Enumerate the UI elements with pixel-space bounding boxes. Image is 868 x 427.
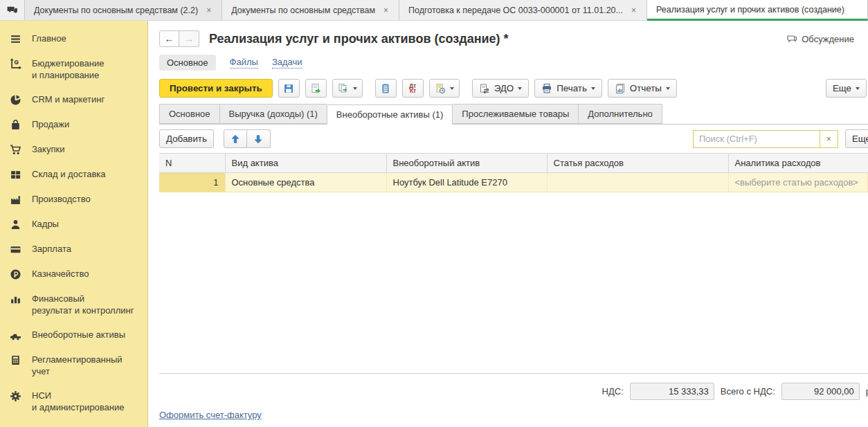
create-invoice-link[interactable]: Оформить счет-фактуру	[159, 410, 262, 427]
window-tab-label: Документы по основным средствам	[231, 6, 375, 15]
debit-credit-button[interactable]: ДтКт	[402, 79, 424, 98]
post-document-button[interactable]	[305, 79, 327, 98]
sidebar-item-salary[interactable]: Зарплата	[0, 237, 147, 262]
edo-label: ЭДО	[494, 83, 514, 93]
subtab-additional[interactable]: Дополнительно	[578, 104, 662, 124]
discussion-button[interactable]: Обсуждение	[786, 33, 854, 44]
sidebar-item-budgeting[interactable]: Бюджетирование и планирование	[0, 51, 147, 87]
search-clear-icon[interactable]: ×	[820, 131, 838, 147]
reports-button[interactable]: Отчеты	[608, 79, 677, 98]
window-tab-4-active[interactable]: Реализация услуг и прочих активов (созда…	[647, 0, 868, 21]
dtkt-icon: ДтКт	[409, 84, 416, 93]
sidebar-item-treasury[interactable]: Казначейство	[0, 262, 147, 287]
cell-asset-type[interactable]: Основные средства	[225, 173, 386, 192]
sidebar-item-main[interactable]: Главное	[0, 26, 147, 51]
table-search: ×	[693, 130, 838, 148]
sidebar-item-finresult[interactable]: Финансовый результат и контроллинг	[0, 287, 147, 322]
more-label: Еще	[852, 134, 868, 144]
assets-table: N Вид актива Внеоборотный актив Статья р…	[159, 153, 868, 192]
row-move-buttons	[224, 129, 271, 148]
document-records-button[interactable]	[375, 79, 397, 98]
caret-down-icon	[353, 87, 357, 90]
forward-button[interactable]: →	[179, 30, 199, 47]
report-icon	[615, 83, 626, 94]
subtab-traceable-goods[interactable]: Прослеживаемые товары	[453, 104, 578, 124]
cell-expense-item[interactable]	[547, 173, 728, 192]
sidebar-item-production[interactable]: Производство	[0, 187, 147, 212]
caret-down-icon	[450, 87, 454, 90]
document-subtabs: Основное Выручка (доходы) (1) Внеоборотн…	[159, 104, 868, 125]
window-tab-2[interactable]: Документы по основным средствам ×	[222, 0, 399, 20]
save-button[interactable]	[278, 79, 300, 98]
window-tab-bar: Документы по основным средствам (2.2) × …	[0, 0, 868, 21]
window-tab-1[interactable]: Документы по основным средствам (2.2) ×	[25, 0, 222, 20]
search-input[interactable]	[694, 131, 820, 147]
sidebar-item-label: Продажи	[32, 118, 69, 130]
caret-down-icon	[591, 87, 595, 90]
move-up-button[interactable]	[224, 129, 247, 148]
sidebar-item-purchases[interactable]: Закупки	[0, 137, 147, 162]
sidebar-item-nsi-administration[interactable]: НСИ и администрирование	[0, 383, 147, 419]
move-down-button[interactable]	[247, 129, 271, 148]
bar-chart-icon	[10, 293, 21, 305]
subtab-main[interactable]: Основное	[159, 104, 219, 124]
sidebar-item-sales[interactable]: Продажи	[0, 112, 147, 137]
nav-link-main[interactable]: Основное	[159, 55, 216, 71]
records-list-icon	[380, 83, 391, 94]
edo-button[interactable]: ЭДО	[472, 79, 530, 98]
cell-expense-analytics[interactable]: <выберите статью расходов>	[728, 173, 868, 192]
subtab-noncurrent-assets-active[interactable]: Внеоборотные активы (1)	[327, 105, 453, 125]
print-button[interactable]: Печать	[534, 79, 602, 98]
vat-value-field: 15 333,33	[630, 383, 714, 400]
caret-down-icon	[518, 87, 522, 90]
nav-link-tasks[interactable]: Задачи	[272, 57, 302, 69]
form-header: ← → Реализация услуг и прочих активов (с…	[159, 28, 868, 50]
more-label: Еще	[833, 83, 851, 93]
app-discussions-button[interactable]	[0, 0, 25, 20]
arrow-down-icon	[253, 134, 263, 144]
sidebar-item-label: Зарплата	[32, 243, 71, 255]
nav-link-files[interactable]: Файлы	[230, 57, 258, 69]
column-header-n[interactable]: N	[159, 154, 225, 173]
person-icon	[10, 219, 21, 230]
cell-asset[interactable]: Ноутбук Dell Latitude E7270	[386, 173, 547, 192]
sidebar-item-label: Финансовый результат и контроллинг	[32, 293, 134, 316]
cart-icon	[10, 144, 21, 156]
table-more-button[interactable]: Еще	[845, 129, 868, 148]
sidebar-item-label: Кадры	[32, 218, 59, 230]
subtab-revenue[interactable]: Выручка (доходы) (1)	[219, 104, 327, 124]
window-tab-label: Подготовка к передаче ОС 0033-000001 от …	[408, 6, 623, 15]
total-value-field: 92 000,00	[781, 383, 860, 400]
warehouse-grid-icon	[10, 169, 21, 181]
column-header-asset-type[interactable]: Вид актива	[225, 154, 386, 173]
caret-down-icon	[666, 87, 670, 90]
table-header-row: N Вид актива Внеоборотный актив Статья р…	[159, 154, 868, 173]
sidebar-item-noncurrent-assets[interactable]: Внеоборотные активы	[0, 322, 147, 347]
sidebar-item-warehouse[interactable]: Склад и доставка	[0, 162, 147, 187]
sidebar-item-label: Внеоборотные активы	[32, 329, 125, 340]
window-tab-3[interactable]: Подготовка к передаче ОС 0033-000001 от …	[399, 0, 647, 20]
add-row-button[interactable]: Добавить	[159, 129, 214, 148]
table-command-bar: Добавить × Еще	[159, 125, 868, 153]
sidebar-item-regulated-accounting[interactable]: Регламентированный учет	[0, 347, 147, 383]
document-schedule-button[interactable]	[429, 79, 460, 98]
close-icon[interactable]: ×	[382, 6, 390, 15]
sidebar-item-label: Бюджетирование и планирование	[32, 57, 104, 81]
table-row[interactable]: 1 Основные средства Ноутбук Dell Latitud…	[159, 173, 868, 192]
close-icon[interactable]: ×	[205, 6, 213, 15]
post-and-close-button[interactable]: Провести и закрыть	[159, 79, 273, 98]
cell-row-number[interactable]: 1	[159, 173, 225, 192]
ruble-circle-icon	[10, 269, 21, 280]
column-header-expense-item[interactable]: Статья расходов	[547, 154, 728, 173]
close-icon[interactable]: ×	[630, 6, 638, 15]
truck-icon	[10, 329, 21, 341]
create-based-on-button[interactable]	[332, 79, 363, 98]
column-header-expense-analytics[interactable]: Аналитика расходов	[728, 154, 868, 173]
pie-chart-icon	[10, 94, 21, 106]
column-header-asset[interactable]: Внеоборотный актив	[386, 154, 547, 173]
gear-icon	[10, 390, 21, 402]
sidebar-item-crm[interactable]: CRM и маркетинг	[0, 87, 147, 112]
back-button[interactable]: ←	[159, 30, 179, 47]
more-button[interactable]: Еще	[826, 79, 867, 98]
sidebar-item-hr[interactable]: Кадры	[0, 212, 147, 237]
